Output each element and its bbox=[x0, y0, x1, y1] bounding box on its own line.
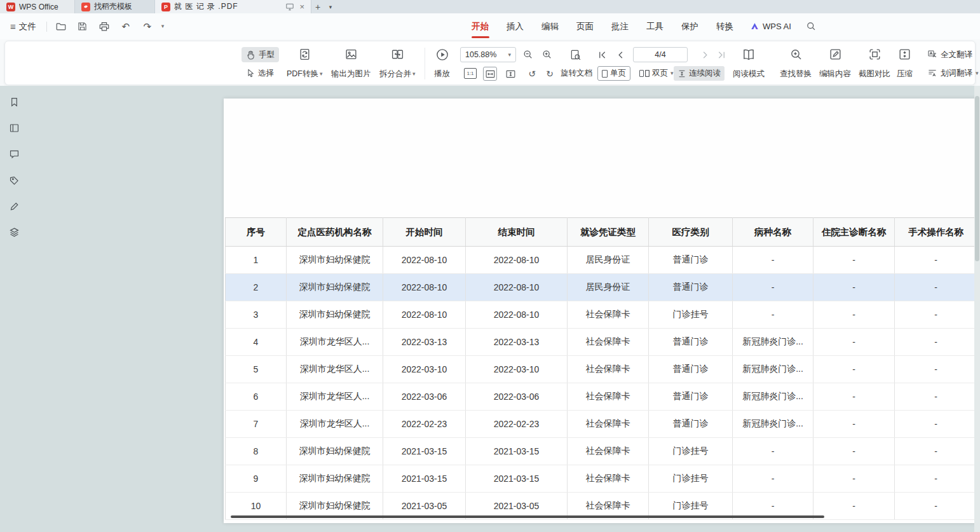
table-cell: 社会保障卡 bbox=[568, 329, 649, 356]
full-translate-button[interactable]: 全文翻译 bbox=[923, 47, 977, 62]
tab-protect[interactable]: 保护 bbox=[672, 13, 707, 39]
tab-wps-office[interactable]: W WPS Office bbox=[0, 0, 75, 13]
play-button[interactable]: 播放 bbox=[431, 46, 453, 82]
double-page-button[interactable]: 双页 ▾ bbox=[636, 66, 677, 81]
previous-page-icon[interactable] bbox=[613, 48, 627, 62]
edit-content-button[interactable]: 编辑内容 bbox=[816, 46, 854, 82]
column-header: 定点医药机构名称 bbox=[287, 218, 383, 247]
tab-convert[interactable]: 转换 bbox=[707, 13, 742, 39]
vertical-scrollbar-track[interactable] bbox=[974, 86, 980, 532]
table-cell: 深圳市龙华区人... bbox=[287, 411, 383, 438]
table-cell: - bbox=[895, 356, 977, 383]
zoom-out-icon[interactable] bbox=[521, 48, 535, 62]
word-translate-button[interactable]: 划词翻译 ▾ bbox=[923, 65, 980, 81]
comment-icon[interactable] bbox=[7, 147, 21, 161]
table-cell: - bbox=[733, 247, 813, 274]
tag-icon[interactable] bbox=[7, 173, 21, 187]
table-cell: 社会保障卡 bbox=[568, 438, 649, 465]
compress-button[interactable]: 压缩 bbox=[894, 46, 916, 82]
column-header: 结束时间 bbox=[466, 218, 568, 247]
table-cell: 深圳市龙华区人... bbox=[287, 383, 383, 411]
column-header: 医疗类别 bbox=[649, 218, 733, 247]
table-cell: 深圳市妇幼保健院 bbox=[287, 247, 383, 274]
pdf-logo-icon: P bbox=[161, 3, 170, 11]
window-tab-bar: W WPS Office 找稻壳模板 P 就 医 记 录 .PDF × + ▾ bbox=[0, 0, 980, 13]
monitor-icon[interactable] bbox=[285, 3, 294, 11]
read-mode-button[interactable]: 阅读模式 bbox=[730, 46, 768, 82]
fit-page-icon[interactable] bbox=[503, 67, 517, 81]
screenshot-compare-button[interactable]: 截图对比 bbox=[855, 46, 894, 82]
table-cell: - bbox=[895, 329, 977, 356]
table-cell: 2022-03-06 bbox=[466, 383, 568, 411]
rotate-left-icon[interactable]: ↺ bbox=[525, 67, 539, 81]
table-cell: 2022-08-10 bbox=[383, 274, 466, 301]
undo-icon[interactable]: ↶ bbox=[118, 19, 133, 34]
last-page-icon[interactable] bbox=[714, 48, 728, 62]
tab-edit[interactable]: 编辑 bbox=[533, 13, 568, 39]
table-cell: 新冠肺炎门诊... bbox=[733, 356, 813, 383]
double-page-icon bbox=[639, 70, 644, 77]
chevron-down-icon: ▾ bbox=[320, 71, 323, 77]
word-translate-label: 划词翻译 bbox=[941, 68, 972, 79]
table-cell: 社会保障卡 bbox=[568, 465, 649, 493]
tab-page[interactable]: 页面 bbox=[568, 13, 602, 39]
continuous-read-button[interactable]: 连续阅读 bbox=[674, 66, 725, 81]
column-header: 序号 bbox=[226, 218, 287, 247]
tab-insert[interactable]: 插入 bbox=[498, 13, 533, 39]
open-file-icon[interactable] bbox=[53, 19, 69, 34]
tab-wps-ai[interactable]: WPS AI bbox=[742, 22, 799, 31]
hand-tool-button[interactable]: 手型 bbox=[242, 47, 279, 62]
table-cell: - bbox=[813, 329, 895, 356]
split-merge-button[interactable]: 拆分合并▾ bbox=[376, 46, 419, 82]
menubar-search-icon[interactable] bbox=[804, 19, 819, 34]
select-tool-button[interactable]: 选择 bbox=[242, 65, 278, 81]
table-cell: 2022-03-13 bbox=[466, 329, 568, 356]
vertical-scrollbar-thumb[interactable] bbox=[975, 96, 979, 261]
read-mode-label: 阅读模式 bbox=[733, 69, 765, 79]
table-cell: 深圳市妇幼保健院 bbox=[287, 274, 383, 301]
close-icon[interactable]: × bbox=[299, 2, 304, 11]
table-cell: 2022-03-10 bbox=[383, 356, 466, 383]
pen-icon[interactable] bbox=[7, 199, 21, 213]
actual-size-icon[interactable]: 1:1 bbox=[464, 68, 477, 79]
horizontal-scrollbar[interactable] bbox=[231, 515, 824, 518]
save-icon[interactable] bbox=[75, 19, 90, 34]
file-menu-button[interactable]: ≡ 文件 bbox=[6, 18, 40, 35]
chevron-down-icon[interactable]: ▾ bbox=[161, 24, 165, 29]
export-image-button[interactable]: 输出为图片 bbox=[328, 46, 374, 82]
rotate-right-icon[interactable]: ↻ bbox=[543, 67, 557, 81]
layers-icon[interactable] bbox=[7, 225, 21, 239]
table-cell: - bbox=[813, 438, 895, 465]
table-cell: - bbox=[813, 301, 895, 329]
tab-list-button[interactable]: ▾ bbox=[324, 0, 337, 13]
page-preview-icon[interactable] bbox=[568, 48, 582, 62]
single-page-button[interactable]: 单页 bbox=[597, 66, 630, 81]
tab-docer-template[interactable]: 找稻壳模板 bbox=[75, 0, 155, 13]
tab-home[interactable]: 开始 bbox=[463, 13, 498, 39]
table-cell: - bbox=[813, 493, 895, 520]
hand-tool-label: 手型 bbox=[259, 50, 275, 60]
table-cell: 6 bbox=[226, 383, 287, 411]
table-cell: 7 bbox=[226, 411, 287, 438]
tab-document-active[interactable]: P 就 医 记 录 .PDF × bbox=[155, 0, 311, 13]
thumbnail-icon[interactable] bbox=[7, 121, 21, 135]
redo-icon[interactable]: ↷ bbox=[140, 19, 155, 34]
page-number-input[interactable]: 4/4 bbox=[633, 47, 688, 62]
tab-comment[interactable]: 批注 bbox=[602, 13, 637, 39]
pdf-convert-button[interactable]: PDF转换▾ bbox=[283, 46, 326, 82]
book-icon bbox=[742, 48, 756, 62]
zoom-in-icon[interactable] bbox=[540, 48, 554, 62]
bookmark-icon[interactable] bbox=[7, 95, 21, 109]
fit-width-icon[interactable] bbox=[483, 67, 497, 81]
print-icon[interactable] bbox=[97, 19, 112, 34]
tab-tools[interactable]: 工具 bbox=[637, 13, 672, 39]
table-cell: - bbox=[813, 465, 895, 493]
next-page-icon[interactable] bbox=[698, 48, 712, 62]
new-tab-button[interactable]: + bbox=[311, 0, 324, 13]
rotate-doc-label[interactable]: 旋转文档 bbox=[561, 66, 592, 81]
table-cell: 新冠肺炎门诊... bbox=[733, 329, 813, 356]
find-replace-button[interactable]: 查找替换 bbox=[777, 46, 815, 82]
table-row: 9深圳市妇幼保健院2021-03-152021-03-15社会保障卡门诊挂号--… bbox=[226, 465, 977, 493]
first-page-icon[interactable] bbox=[595, 48, 609, 62]
zoom-select[interactable]: 105.88% ▾ bbox=[460, 47, 516, 62]
